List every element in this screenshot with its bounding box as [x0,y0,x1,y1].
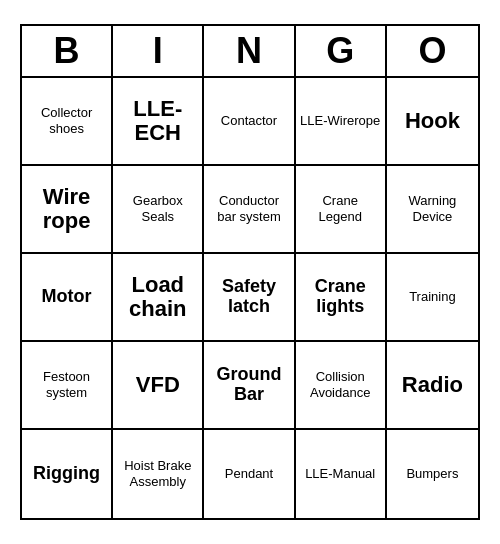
cell-6: Gearbox Seals [113,166,204,254]
cell-14: Training [387,254,478,342]
cell-10: Motor [22,254,113,342]
cell-15: Festoon system [22,342,113,430]
bingo-header: B I N G O [22,26,478,78]
cell-13: Crane lights [296,254,387,342]
cell-18: Collision Avoidance [296,342,387,430]
cell-19: Radio [387,342,478,430]
cell-24: Bumpers [387,430,478,518]
cell-12: Safety latch [204,254,295,342]
cell-22: Pendant [204,430,295,518]
cell-23: LLE-Manual [296,430,387,518]
cell-20: Rigging [22,430,113,518]
header-n: N [204,26,295,76]
bingo-card: B I N G O Collector shoes LLE-ECH Contac… [20,24,480,520]
cell-9: Warning Device [387,166,478,254]
header-b: B [22,26,113,76]
cell-17: Ground Bar [204,342,295,430]
cell-8: Crane Legend [296,166,387,254]
header-i: I [113,26,204,76]
cell-21: Hoist Brake Assembly [113,430,204,518]
cell-11: Load chain [113,254,204,342]
cell-2: Contactor [204,78,295,166]
cell-3: LLE-Wirerope [296,78,387,166]
cell-7: Conductor bar system [204,166,295,254]
cell-16: VFD [113,342,204,430]
header-o: O [387,26,478,76]
cell-0: Collector shoes [22,78,113,166]
header-g: G [296,26,387,76]
cell-4: Hook [387,78,478,166]
cell-5: Wire rope [22,166,113,254]
bingo-grid: Collector shoes LLE-ECH Contactor LLE-Wi… [22,78,478,518]
cell-1: LLE-ECH [113,78,204,166]
